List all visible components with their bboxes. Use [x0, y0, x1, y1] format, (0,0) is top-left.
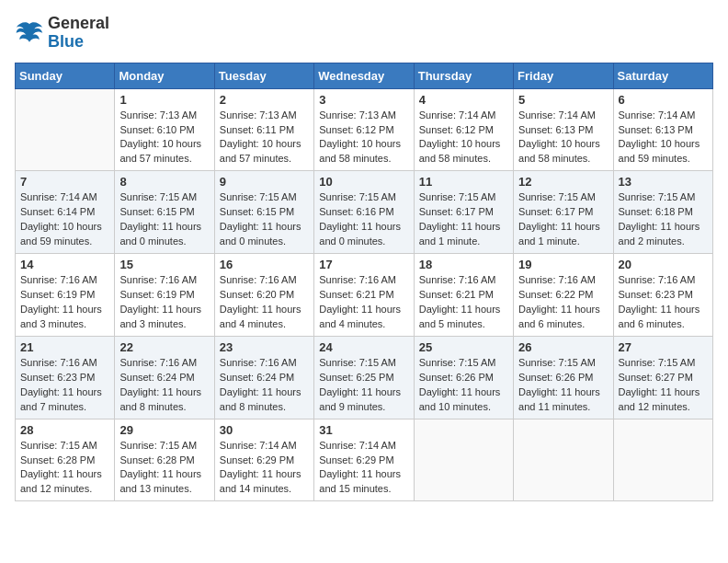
day-info: Sunrise: 7:14 AMSunset: 6:29 PMDaylight:… — [220, 439, 309, 498]
day-info: Sunrise: 7:16 AMSunset: 6:24 PMDaylight:… — [119, 356, 209, 415]
day-number: 30 — [220, 423, 309, 437]
table-row — [613, 419, 712, 501]
day-number: 1 — [119, 93, 209, 107]
table-row: 25Sunrise: 7:15 AMSunset: 6:26 PMDayligh… — [414, 336, 513, 419]
day-info: Sunrise: 7:15 AMSunset: 6:25 PMDaylight:… — [319, 356, 408, 415]
table-row: 5Sunrise: 7:14 AMSunset: 6:13 PMDaylight… — [514, 88, 613, 171]
day-number: 22 — [119, 340, 209, 354]
table-row — [514, 419, 613, 501]
day-number: 28 — [20, 423, 109, 437]
header-wednesday: Wednesday — [314, 63, 414, 88]
day-number: 23 — [220, 340, 309, 354]
day-number: 8 — [119, 175, 209, 189]
logo: General Blue — [15, 15, 109, 52]
table-row: 10Sunrise: 7:15 AMSunset: 6:16 PMDayligh… — [314, 171, 414, 254]
table-row: 3Sunrise: 7:13 AMSunset: 6:12 PMDaylight… — [314, 88, 414, 171]
day-info: Sunrise: 7:16 AMSunset: 6:20 PMDaylight:… — [220, 273, 309, 332]
table-row: 12Sunrise: 7:15 AMSunset: 6:17 PMDayligh… — [514, 171, 613, 254]
table-row: 26Sunrise: 7:15 AMSunset: 6:26 PMDayligh… — [514, 336, 613, 419]
day-info: Sunrise: 7:13 AMSunset: 6:11 PMDaylight:… — [220, 109, 309, 167]
day-number: 20 — [619, 258, 708, 271]
table-row: 13Sunrise: 7:15 AMSunset: 6:18 PMDayligh… — [613, 171, 712, 254]
day-number: 19 — [518, 258, 608, 271]
header-monday: Monday — [115, 63, 214, 88]
day-number: 10 — [319, 175, 408, 189]
day-number: 29 — [119, 423, 209, 437]
day-info: Sunrise: 7:15 AMSunset: 6:15 PMDaylight:… — [119, 190, 209, 249]
table-row: 1Sunrise: 7:13 AMSunset: 6:10 PMDaylight… — [115, 88, 214, 171]
table-row — [16, 88, 115, 171]
day-number: 11 — [419, 175, 508, 189]
day-number: 5 — [518, 93, 608, 107]
day-info: Sunrise: 7:14 AMSunset: 6:29 PMDaylight:… — [319, 439, 408, 498]
table-row: 8Sunrise: 7:15 AMSunset: 6:15 PMDaylight… — [115, 171, 214, 254]
day-number: 2 — [220, 93, 309, 107]
calendar-week-row: 14Sunrise: 7:16 AMSunset: 6:19 PMDayligh… — [16, 254, 713, 337]
day-info: Sunrise: 7:15 AMSunset: 6:26 PMDaylight:… — [419, 356, 508, 415]
calendar-header-row: Sunday Monday Tuesday Wednesday Thursday… — [16, 63, 713, 88]
day-info: Sunrise: 7:14 AMSunset: 6:13 PMDaylight:… — [619, 109, 708, 167]
header-sunday: Sunday — [16, 63, 115, 88]
table-row: 23Sunrise: 7:16 AMSunset: 6:24 PMDayligh… — [214, 336, 313, 419]
table-row: 27Sunrise: 7:15 AMSunset: 6:27 PMDayligh… — [613, 336, 712, 419]
calendar-table: Sunday Monday Tuesday Wednesday Thursday… — [15, 63, 713, 502]
day-number: 25 — [419, 340, 508, 354]
day-number: 17 — [319, 258, 408, 271]
logo-text-blue: Blue — [48, 33, 109, 52]
calendar-week-row: 28Sunrise: 7:15 AMSunset: 6:28 PMDayligh… — [16, 419, 713, 501]
day-info: Sunrise: 7:14 AMSunset: 6:13 PMDaylight:… — [518, 109, 608, 167]
day-number: 13 — [619, 175, 708, 189]
day-number: 14 — [20, 258, 109, 271]
day-info: Sunrise: 7:16 AMSunset: 6:22 PMDaylight:… — [518, 273, 608, 332]
day-number: 7 — [20, 175, 109, 189]
header-thursday: Thursday — [414, 63, 513, 88]
day-info: Sunrise: 7:16 AMSunset: 6:19 PMDaylight:… — [20, 273, 109, 332]
table-row: 11Sunrise: 7:15 AMSunset: 6:17 PMDayligh… — [414, 171, 513, 254]
day-number: 16 — [220, 258, 309, 271]
day-number: 31 — [319, 423, 408, 437]
day-info: Sunrise: 7:14 AMSunset: 6:14 PMDaylight:… — [20, 190, 109, 249]
day-number: 6 — [619, 93, 708, 107]
header-tuesday: Tuesday — [214, 63, 313, 88]
table-row: 28Sunrise: 7:15 AMSunset: 6:28 PMDayligh… — [16, 419, 115, 501]
table-row: 2Sunrise: 7:13 AMSunset: 6:11 PMDaylight… — [214, 88, 313, 171]
day-info: Sunrise: 7:16 AMSunset: 6:23 PMDaylight:… — [619, 273, 708, 332]
table-row: 6Sunrise: 7:14 AMSunset: 6:13 PMDaylight… — [613, 88, 712, 171]
day-info: Sunrise: 7:16 AMSunset: 6:23 PMDaylight:… — [20, 356, 109, 415]
day-info: Sunrise: 7:15 AMSunset: 6:26 PMDaylight:… — [518, 356, 608, 415]
page-header: General Blue — [15, 15, 713, 52]
day-info: Sunrise: 7:16 AMSunset: 6:21 PMDaylight:… — [419, 273, 508, 332]
day-number: 15 — [119, 258, 209, 271]
day-info: Sunrise: 7:16 AMSunset: 6:21 PMDaylight:… — [319, 273, 408, 332]
table-row: 21Sunrise: 7:16 AMSunset: 6:23 PMDayligh… — [16, 336, 115, 419]
calendar-week-row: 1Sunrise: 7:13 AMSunset: 6:10 PMDaylight… — [16, 88, 713, 171]
table-row: 9Sunrise: 7:15 AMSunset: 6:15 PMDaylight… — [214, 171, 313, 254]
table-row: 18Sunrise: 7:16 AMSunset: 6:21 PMDayligh… — [414, 254, 513, 337]
table-row: 30Sunrise: 7:14 AMSunset: 6:29 PMDayligh… — [214, 419, 313, 501]
table-row: 7Sunrise: 7:14 AMSunset: 6:14 PMDaylight… — [16, 171, 115, 254]
day-info: Sunrise: 7:15 AMSunset: 6:28 PMDaylight:… — [20, 439, 109, 498]
day-number: 24 — [319, 340, 408, 354]
table-row: 29Sunrise: 7:15 AMSunset: 6:28 PMDayligh… — [115, 419, 214, 501]
day-info: Sunrise: 7:16 AMSunset: 6:24 PMDaylight:… — [220, 356, 309, 415]
day-info: Sunrise: 7:15 AMSunset: 6:15 PMDaylight:… — [220, 190, 309, 249]
calendar-week-row: 21Sunrise: 7:16 AMSunset: 6:23 PMDayligh… — [16, 336, 713, 419]
header-friday: Friday — [514, 63, 613, 88]
table-row: 16Sunrise: 7:16 AMSunset: 6:20 PMDayligh… — [214, 254, 313, 337]
day-number: 18 — [419, 258, 508, 271]
day-info: Sunrise: 7:13 AMSunset: 6:10 PMDaylight:… — [119, 109, 209, 167]
day-info: Sunrise: 7:15 AMSunset: 6:17 PMDaylight:… — [419, 190, 508, 249]
day-info: Sunrise: 7:16 AMSunset: 6:19 PMDaylight:… — [119, 273, 209, 332]
table-row: 4Sunrise: 7:14 AMSunset: 6:12 PMDaylight… — [414, 88, 513, 171]
table-row: 15Sunrise: 7:16 AMSunset: 6:19 PMDayligh… — [115, 254, 214, 337]
header-saturday: Saturday — [613, 63, 712, 88]
day-info: Sunrise: 7:13 AMSunset: 6:12 PMDaylight:… — [319, 109, 408, 167]
table-row: 20Sunrise: 7:16 AMSunset: 6:23 PMDayligh… — [613, 254, 712, 337]
day-number: 21 — [20, 340, 109, 354]
day-info: Sunrise: 7:15 AMSunset: 6:16 PMDaylight:… — [319, 190, 408, 249]
table-row: 14Sunrise: 7:16 AMSunset: 6:19 PMDayligh… — [16, 254, 115, 337]
day-info: Sunrise: 7:15 AMSunset: 6:17 PMDaylight:… — [518, 190, 608, 249]
day-info: Sunrise: 7:14 AMSunset: 6:12 PMDaylight:… — [419, 109, 508, 167]
day-number: 3 — [319, 93, 408, 107]
table-row: 31Sunrise: 7:14 AMSunset: 6:29 PMDayligh… — [314, 419, 414, 501]
